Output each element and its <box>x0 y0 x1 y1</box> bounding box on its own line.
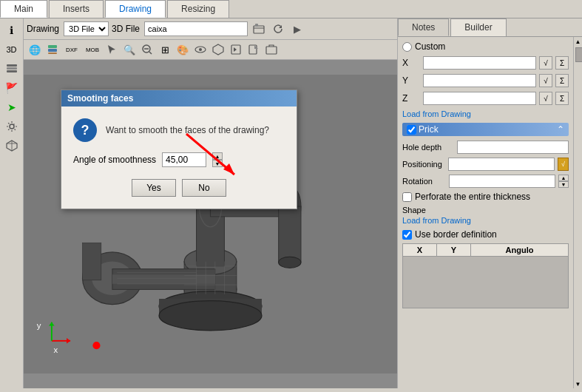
tab-notes[interactable]: Notes <box>398 18 449 36</box>
y-sqrt-btn[interactable]: √ <box>539 74 552 87</box>
spinner-up[interactable]: ▲ <box>212 152 223 160</box>
zoom-fit-icon[interactable]: ⊞ <box>157 41 173 58</box>
rotation-down[interactable]: ▼ <box>558 181 569 188</box>
zoom-out-icon[interactable] <box>139 41 155 58</box>
main-tab-bar: Main Inserts Drawing Resizing <box>0 0 582 18</box>
export-icon[interactable] <box>246 41 262 58</box>
x-row: X √ Σ <box>402 56 569 70</box>
import-icon[interactable] <box>263 41 280 58</box>
svg-rect-0 <box>7 64 17 67</box>
drawing-label: Drawing <box>27 24 59 34</box>
dxf-icon[interactable]: DXF <box>62 41 81 58</box>
file-name-input[interactable] <box>144 21 248 36</box>
tab-builder[interactable]: Builder <box>450 18 506 36</box>
y-sigma-btn[interactable]: Σ <box>555 74 569 87</box>
svg-rect-1 <box>7 67 17 70</box>
perforate-checkbox[interactable] <box>402 192 412 202</box>
z-label: Z <box>402 93 420 104</box>
right-panel-content: Custom X √ Σ Y √ Σ <box>398 37 573 313</box>
drawing-canvas: x y Smooting faces ? <box>24 60 397 388</box>
tab-resizing[interactable]: Resizing <box>167 0 229 18</box>
spinner-down[interactable]: ▼ <box>212 160 223 167</box>
shape-section: Shape Load from Drawing <box>402 206 569 225</box>
angle-spinner: ▲ ▼ <box>212 152 223 167</box>
dialog-question-text: Want to smooth the faces of the drawing? <box>106 125 269 135</box>
use-border-checkbox[interactable] <box>402 230 412 240</box>
z-row: Z √ Σ <box>402 92 569 105</box>
svg-marker-18 <box>213 44 223 55</box>
zoom-in-icon[interactable]: 🔍 <box>121 41 138 58</box>
rotation-label: Rotation <box>402 177 446 186</box>
arrow-icon[interactable]: ▶ <box>289 21 305 37</box>
yes-button[interactable]: Yes <box>132 179 176 197</box>
scroll-thumb[interactable] <box>575 47 582 62</box>
y-row: Y √ Σ <box>402 74 569 87</box>
tool-info[interactable]: ℹ <box>3 21 21 39</box>
right-panel-inner: Custom X √ Σ Y √ Σ <box>398 37 573 388</box>
svg-rect-12 <box>48 53 57 54</box>
positioning-row: Positioning √ <box>402 158 569 171</box>
tool-cube[interactable] <box>3 137 21 155</box>
scroll-down[interactable]: ▼ <box>574 379 582 388</box>
x-input[interactable] <box>423 56 536 70</box>
positioning-input[interactable] <box>448 158 555 171</box>
smooth-faces-dialog: Smooting faces ? Want to smooth the face… <box>61 89 297 209</box>
z-sigma-btn[interactable]: Σ <box>555 92 569 105</box>
x-label: X <box>402 58 420 68</box>
tool-layers[interactable] <box>3 60 21 78</box>
tool-arrow-right[interactable]: ➤ <box>3 98 21 116</box>
perforate-row: Perforate the entire thickness <box>402 192 569 202</box>
svg-rect-11 <box>48 49 57 52</box>
main-layout: ℹ 3D 🚩 ➤ Drawing 3D File 3D File <box>0 18 582 388</box>
icon-toolbar: 🌐 DXF MOB 🔍 ⊞ 🎨 <box>24 40 397 60</box>
scrollbar[interactable]: ▲ ▼ <box>573 37 582 388</box>
y-input[interactable] <box>423 74 536 87</box>
svg-point-17 <box>199 48 202 51</box>
file-type-dropdown[interactable]: 3D File <box>64 21 109 36</box>
left-sidebar: ℹ 3D 🚩 ➤ <box>0 18 24 388</box>
rotation-row: Rotation ▲ ▼ <box>402 175 569 188</box>
prick-checkbox-row: Prick <box>407 124 439 135</box>
refresh-icon[interactable] <box>270 21 286 37</box>
custom-label: Custom <box>415 41 445 52</box>
dialog-title-text: Smooting faces <box>67 93 133 104</box>
globe-icon[interactable]: 🌐 <box>27 41 43 58</box>
select-icon[interactable] <box>104 41 120 58</box>
section-collapse-btn[interactable]: ⌃ <box>557 124 564 135</box>
hole-depth-input[interactable] <box>457 141 569 154</box>
x-sqrt-btn[interactable]: √ <box>539 56 552 70</box>
col-angulo: Angulo <box>471 244 569 257</box>
render-icon[interactable] <box>228 41 244 58</box>
tool-flag[interactable]: 🚩 <box>3 79 21 97</box>
prick-checkbox[interactable] <box>407 125 416 135</box>
paint-icon[interactable]: 🎨 <box>175 41 191 58</box>
rotation-input[interactable] <box>449 175 555 188</box>
tab-inserts[interactable]: Inserts <box>49 0 104 18</box>
shape-load-link[interactable]: Load from Drawing <box>402 216 569 225</box>
angle-input[interactable] <box>162 152 206 167</box>
z-input[interactable] <box>423 92 536 105</box>
tab-drawing[interactable]: Drawing <box>105 0 166 18</box>
scroll-up[interactable]: ▲ <box>574 37 582 46</box>
center-area: Drawing 3D File 3D File ▶ 🌐 DXF MOB <box>24 18 397 388</box>
layers-icon[interactable] <box>44 41 61 58</box>
custom-radio[interactable] <box>402 42 412 52</box>
z-sqrt-btn[interactable]: √ <box>539 92 552 105</box>
angle-label: Angle of smoothness <box>73 155 156 165</box>
rotation-up[interactable]: ▲ <box>558 175 569 181</box>
view-icon[interactable] <box>192 41 209 58</box>
load-from-drawing-link[interactable]: Load from Drawing <box>402 109 569 118</box>
browse-icon[interactable] <box>251 21 267 37</box>
custom-radio-row: Custom <box>402 41 569 52</box>
cube-icon[interactable] <box>210 41 226 58</box>
mob-icon[interactable]: MOB <box>83 41 102 58</box>
no-button[interactable]: No <box>182 179 226 197</box>
svg-rect-7 <box>254 26 264 33</box>
x-sigma-btn[interactable]: Σ <box>555 56 569 70</box>
tool-3d[interactable]: 3D <box>3 41 21 58</box>
positioning-btn[interactable]: √ <box>558 158 569 171</box>
prick-label: Prick <box>419 124 439 135</box>
perforate-label: Perforate the entire thickness <box>415 192 530 202</box>
tool-settings[interactable] <box>3 118 21 135</box>
tab-main[interactable]: Main <box>0 0 47 18</box>
